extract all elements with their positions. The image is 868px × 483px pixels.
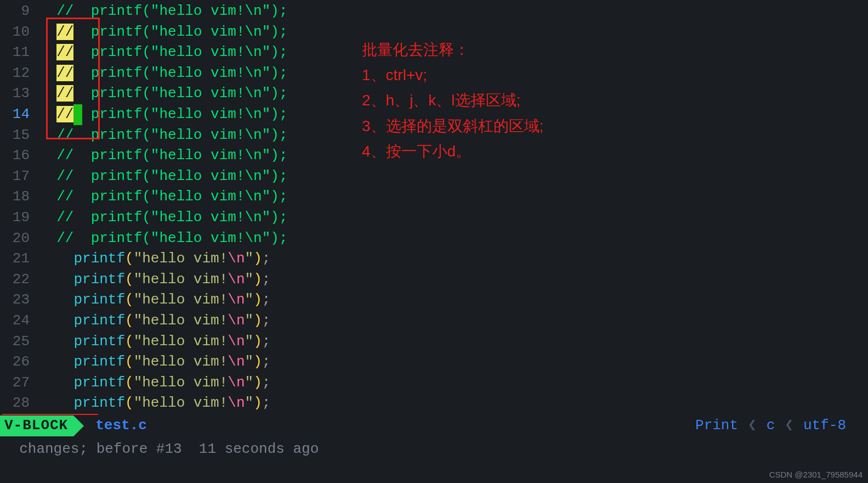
code-content: printf("hello vim!\n");	[39, 352, 270, 373]
line-number: 23	[0, 290, 39, 311]
code-content: // printf("hello vim!\n");	[39, 1, 287, 22]
mode-indicator: V-BLOCK	[0, 415, 73, 436]
code-content: // printf("hello vim!\n");	[39, 187, 287, 207]
message-line: changes; before #13 11 seconds ago	[0, 439, 319, 460]
line-number: 11	[0, 42, 39, 63]
code-line[interactable]: 26 printf("hello vim!\n");	[0, 352, 868, 373]
line-number: 28	[0, 393, 39, 414]
code-content: // printf("hello vim!\n");	[39, 22, 288, 43]
annotation-overlay: 批量化去注释： 1、ctrl+v; 2、h、j、k、l选择区域; 3、选择的是双…	[362, 37, 543, 164]
visual-block-selection: //	[56, 106, 73, 122]
visual-block-selection: //	[56, 85, 73, 102]
annotation-step: 1、ctrl+v;	[362, 63, 543, 88]
filetype-label: c	[767, 415, 775, 436]
line-number: 26	[0, 352, 39, 373]
code-content: // printf("hello vim!\n");	[39, 207, 287, 228]
code-line[interactable]: 27 printf("hello vim!\n");	[0, 373, 868, 394]
annotation-step: 4、按一下小d。	[362, 139, 543, 164]
code-content: // printf("hello vim!\n");	[39, 228, 287, 249]
code-line[interactable]: 23 printf("hello vim!\n");	[0, 290, 868, 311]
code-content: printf("hello vim!\n");	[39, 332, 270, 352]
line-number: 15	[0, 125, 39, 146]
code-line[interactable]: 24 printf("hello vim!\n");	[0, 311, 868, 332]
line-number: 25	[0, 332, 39, 352]
annotation-step: 2、h、j、k、l选择区域;	[362, 88, 543, 113]
line-number: 10	[0, 22, 39, 43]
cursor	[73, 104, 82, 125]
line-number: 18	[0, 187, 39, 207]
chevron-left-icon: ❮	[748, 415, 757, 436]
code-content: printf("hello vim!\n");	[39, 373, 270, 394]
code-line[interactable]: 22 printf("hello vim!\n");	[0, 269, 868, 290]
line-number: 19	[0, 207, 39, 228]
code-line[interactable]: 20 // printf("hello vim!\n");	[0, 228, 868, 249]
code-line[interactable]: 17 // printf("hello vim!\n");	[0, 166, 868, 187]
line-number: 14	[0, 104, 39, 125]
code-content: // printf("hello vim!\n");	[39, 63, 288, 84]
annotation-title: 批量化去注释：	[362, 37, 543, 63]
status-print-label: Print	[695, 415, 738, 436]
code-line[interactable]: 9 // printf("hello vim!\n");	[0, 1, 868, 22]
code-line[interactable]: 28 printf("hello vim!\n");	[0, 393, 868, 414]
line-number: 17	[0, 166, 39, 187]
line-number: 22	[0, 269, 39, 290]
code-content: printf("hello vim!\n");	[39, 393, 270, 414]
code-line[interactable]: 25 printf("hello vim!\n");	[0, 332, 868, 352]
filename-label: test.c	[95, 415, 147, 436]
annotation-step: 3、选择的是双斜杠的区域;	[362, 114, 543, 139]
line-number: 9	[0, 1, 39, 22]
line-number: 16	[0, 145, 39, 166]
code-content: // printf("hello vim!\n");	[39, 145, 287, 166]
line-number: 13	[0, 83, 39, 104]
code-content: // printf("hello vim!\n");	[39, 125, 287, 146]
code-line[interactable]: 21 printf("hello vim!\n");	[0, 249, 868, 269]
status-bar: V-BLOCK test.c Print ❮ c ❮ utf-8	[0, 415, 868, 437]
code-content: printf("hello vim!\n");	[39, 311, 270, 332]
chevron-left-icon: ❮	[785, 415, 793, 436]
line-number: 27	[0, 373, 39, 394]
code-content: printf("hello vim!\n");	[39, 249, 270, 269]
code-content: // printf("hello vim!\n");	[39, 42, 288, 63]
status-right-section: Print ❮ c ❮ utf-8	[695, 415, 868, 436]
code-content: // printf("hello vim!\n");	[39, 104, 288, 125]
visual-block-selection: //	[56, 24, 73, 40]
watermark: CSDN @2301_79585944	[769, 469, 863, 481]
line-number: 20	[0, 228, 39, 249]
code-line[interactable]: 19 // printf("hello vim!\n");	[0, 207, 868, 228]
line-number: 12	[0, 63, 39, 84]
code-content: // printf("hello vim!\n");	[39, 166, 287, 187]
code-content: // printf("hello vim!\n");	[39, 83, 288, 104]
visual-block-selection: //	[56, 44, 73, 60]
code-line[interactable]: 18 // printf("hello vim!\n");	[0, 187, 868, 207]
visual-block-selection: //	[56, 65, 73, 81]
line-number: 21	[0, 249, 39, 269]
encoding-label: utf-8	[803, 415, 846, 436]
code-content: printf("hello vim!\n");	[39, 269, 270, 290]
line-number: 24	[0, 311, 39, 332]
code-content: printf("hello vim!\n");	[39, 290, 270, 311]
